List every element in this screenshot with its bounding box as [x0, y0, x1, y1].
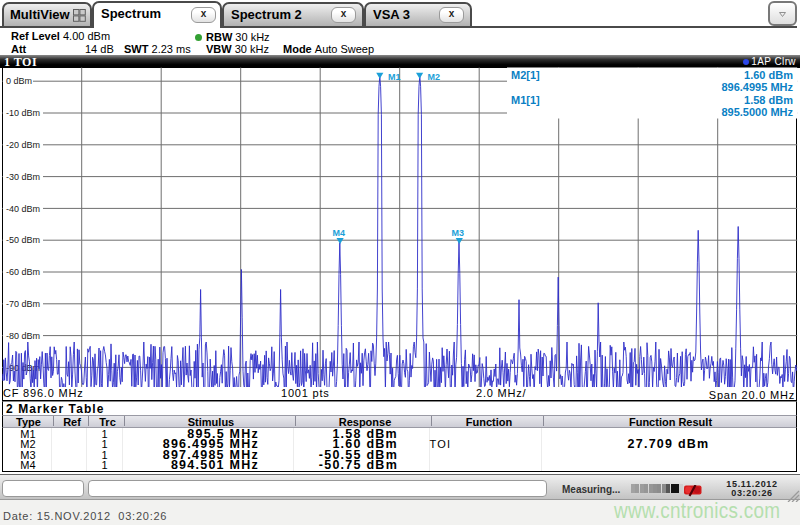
svg-text:-40 dBm: -40 dBm: [6, 204, 40, 214]
svg-text:-10 dBm: -10 dBm: [6, 108, 40, 118]
svg-text:-30 dBm: -30 dBm: [6, 172, 40, 182]
svg-text:-50 dBm: -50 dBm: [6, 235, 40, 245]
svg-text:-20 dBm: -20 dBm: [6, 140, 40, 150]
svg-text:-60 dBm: -60 dBm: [6, 267, 40, 277]
svg-text:M3: M3: [452, 228, 465, 238]
svg-text:-80 dBm: -80 dBm: [6, 331, 40, 341]
svg-text:M4: M4: [333, 228, 346, 238]
svg-text:M2: M2: [428, 72, 441, 82]
svg-text:M1: M1: [388, 72, 401, 82]
svg-text:0 dBm: 0 dBm: [6, 76, 32, 86]
svg-text:-70 dBm: -70 dBm: [6, 299, 40, 309]
